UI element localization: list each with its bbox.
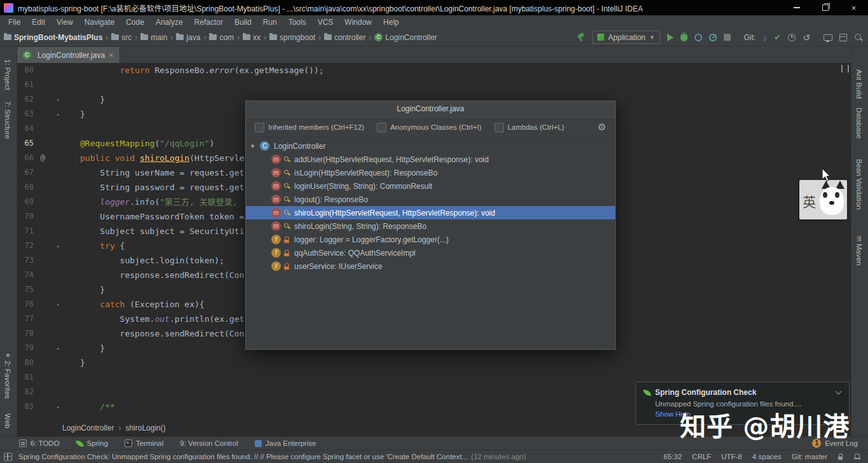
filter-lambdas[interactable]: Lambdas (Ctrl+L) [494, 123, 564, 132]
coverage-button-icon[interactable] [695, 34, 702, 41]
menu-item-vcs[interactable]: VCS [312, 17, 339, 28]
status-message[interactable]: Spring Configuration Check: Unmapped Spr… [18, 453, 468, 460]
gutter: 78 [17, 326, 75, 341]
stop-button-icon[interactable] [724, 34, 731, 41]
structure-item-shirologin[interactable]: mshiroLogin(String, String): ResponseBo [246, 219, 615, 233]
layout-icon[interactable] [839, 34, 847, 41]
fold-marker-icon[interactable]: ▴ [53, 238, 63, 253]
indent-style[interactable]: 4 spaces [752, 453, 782, 460]
breadcrumb-item-com[interactable]: com [209, 33, 234, 42]
tool-stripe-button-web[interactable]: Web [4, 413, 11, 428]
git-branch[interactable]: Git: master [792, 453, 827, 460]
tool-window-button-terminal[interactable]: Terminal [125, 439, 163, 447]
fold-marker-icon [53, 312, 63, 326]
tool-window-button-java-enterprise[interactable]: Java Enterprise [255, 439, 316, 447]
fold-marker-icon[interactable]: ▴ [53, 297, 63, 312]
menu-item-navigate[interactable]: Navigate [79, 17, 120, 28]
menu-item-code[interactable]: Code [120, 17, 150, 28]
debug-button-icon[interactable] [681, 33, 688, 41]
fold-marker-icon[interactable]: ▴ [53, 341, 63, 356]
code-line-80[interactable]: 80} [17, 356, 851, 370]
fold-marker-icon[interactable]: ▴ [53, 399, 63, 414]
minimize-button[interactable] [782, 0, 811, 15]
readonly-lock-icon[interactable] [837, 453, 844, 460]
menu-item-build[interactable]: Build [229, 17, 257, 28]
tool-window-switcher-icon[interactable] [4, 453, 12, 461]
tool-stripe-button-ant-build[interactable]: Ant Build [855, 69, 863, 99]
presentation-mode-icon[interactable] [824, 34, 832, 41]
close-button[interactable]: × [839, 0, 868, 15]
structure-item-label: logger: Logger = LoggerFactory.getLogger… [294, 235, 449, 244]
file-encoding[interactable]: UTF-8 [721, 453, 742, 460]
fold-marker-icon[interactable]: ▴ [53, 92, 63, 107]
menu-item-help[interactable]: Help [377, 17, 405, 28]
build-hammer-icon[interactable] [576, 32, 585, 42]
tool-stripe-button-database[interactable]: Database [855, 107, 863, 139]
structure-root-logincontroller[interactable]: ▼CLoginController [246, 139, 615, 153]
checkbox-icon[interactable] [494, 123, 504, 132]
checkbox-icon[interactable] [377, 123, 386, 132]
menu-item-run[interactable]: Run [257, 17, 283, 28]
breadcrumb-item-src[interactable]: src [111, 33, 132, 42]
breadcrumb-item-controller[interactable]: controller [324, 33, 365, 42]
tab-logincontroller-java[interactable]: C LoginController.java × [17, 47, 120, 63]
chevron-down-icon[interactable]: ▼ [250, 143, 260, 149]
breadcrumb-class[interactable]: LoginController [62, 424, 114, 432]
breadcrumb-item-xx[interactable]: xx [243, 33, 261, 42]
structure-item-loginuser[interactable]: mloginUser(String, String): CommonResult [246, 179, 615, 193]
filter-inherited-members[interactable]: Inherited members (Ctrl+F12) [255, 123, 364, 132]
menu-item-file[interactable]: File [3, 17, 26, 28]
run-configuration-selector[interactable]: Application ▼ [592, 31, 660, 44]
git-update-icon[interactable]: ↓ [763, 33, 767, 42]
structure-item-logout[interactable]: mlogout(): ResponseBo [246, 193, 615, 206]
checkbox-icon[interactable] [255, 123, 264, 132]
structure-item-shirologin[interactable]: mshiroLogin(HttpServletRequest, HttpServ… [246, 206, 615, 219]
search-everywhere-icon[interactable] [854, 33, 863, 42]
notifications-bell-icon[interactable] [854, 453, 860, 460]
breadcrumb-item-springboot[interactable]: springboot [269, 33, 315, 42]
rollback-icon[interactable]: ↺ [803, 33, 810, 42]
structure-item-logger[interactable]: flogger: Logger = LoggerFactory.getLogge… [246, 233, 615, 246]
tool-stripe-button-maven[interactable]: mMaven [855, 236, 863, 265]
git-commit-check-icon[interactable]: ✔ [774, 32, 781, 42]
menu-item-edit[interactable]: Edit [26, 17, 51, 28]
code-line-61[interactable]: 61 [17, 78, 851, 92]
breadcrumb-item-logincontroller[interactable]: CLoginController [374, 33, 437, 42]
menu-item-window[interactable]: Window [339, 17, 377, 28]
inspection-indicator-icon[interactable] [841, 65, 849, 73]
tool-window-button-spring[interactable]: Spring [76, 439, 108, 447]
history-clock-icon[interactable] [788, 34, 796, 41]
gear-icon[interactable]: ⚙ [598, 121, 606, 133]
structure-item-qqauthservice[interactable]: fqqAuthService: QQAuthServiceImpl [246, 246, 615, 259]
tool-stripe-button-7-structure[interactable]: 7: Structure [4, 101, 11, 139]
tool-stripe-button-2-favorites[interactable]: ★2: Favorites [4, 352, 11, 399]
tool-stripe-button-1-project[interactable]: 1: Project [4, 59, 11, 90]
breadcrumb-item-main[interactable]: main [140, 33, 167, 42]
breadcrumb-item-java[interactable]: java [176, 33, 200, 42]
restore-button[interactable] [811, 0, 839, 15]
menu-item-analyze[interactable]: Analyze [150, 17, 189, 28]
run-button-icon[interactable] [667, 34, 674, 41]
menu-item-refactor[interactable]: Refactor [189, 17, 229, 28]
structure-item-islogin[interactable]: misLogin(HttpServletRequest): ResponseBo [246, 166, 615, 179]
tool-stripe-button-bean-validation[interactable]: Bean Validation [855, 159, 863, 210]
profiler-button-icon[interactable] [709, 34, 717, 41]
structure-item-adduser[interactable]: maddUser(HttpServletRequest, HttpServlet… [246, 153, 615, 166]
fold-marker-icon [53, 209, 63, 224]
filter-anonymous-classes[interactable]: Anonymous Classes (Ctrl+I) [377, 123, 481, 132]
menu-item-tools[interactable]: Tools [283, 17, 312, 28]
fold-marker-icon[interactable]: ▴ [53, 107, 63, 121]
breadcrumb-item-springboot-mybatisplus[interactable]: SpringBoot-MybatisPlus [4, 33, 102, 42]
code-line-60[interactable]: 60 return ResponseBo.error(ex.getMessage… [17, 63, 851, 78]
menu-item-view[interactable]: View [51, 17, 79, 28]
line-separator[interactable]: CRLF [692, 453, 711, 460]
popup-title[interactable]: LoginController.java [246, 101, 615, 118]
breadcrumb-method[interactable]: shiroLogin() [125, 424, 165, 432]
expand-chevron-icon[interactable] [836, 389, 841, 394]
structure-item-userservice[interactable]: fuserService: IUserService [246, 259, 615, 273]
caret-position[interactable]: 65:32 [663, 453, 682, 460]
key-icon [283, 209, 290, 217]
tool-window-button-9-version-control[interactable]: 9: Version Control [180, 439, 238, 447]
tool-window-button-6-todo[interactable]: 6: TODO [19, 439, 60, 447]
close-tab-icon[interactable]: × [109, 51, 114, 59]
